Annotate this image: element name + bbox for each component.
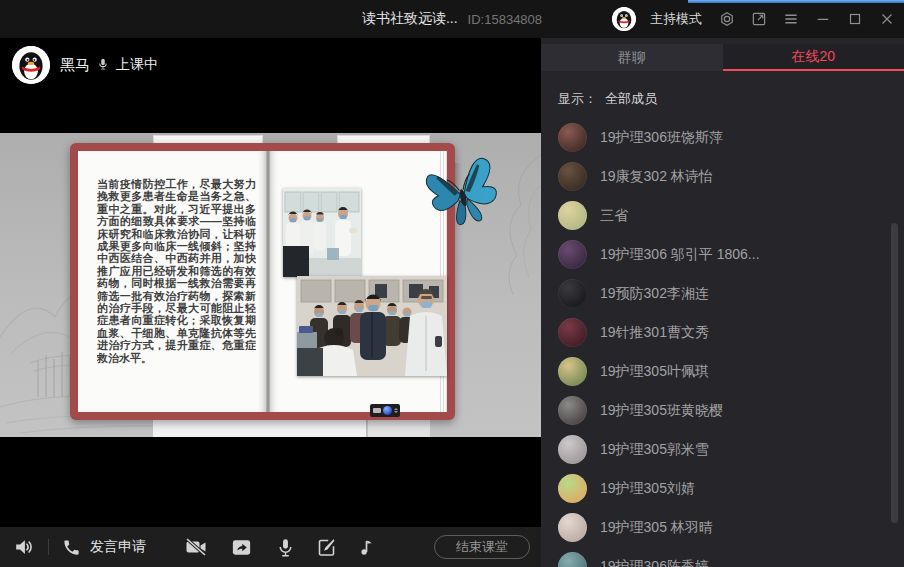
host-avatar[interactable] <box>12 46 50 84</box>
member-avatar <box>558 318 587 347</box>
slide-body-text: 当前疫情防控工作，尽最大努力挽救更多患者生命是当务之急、重中之重。对此，习近平提… <box>97 178 256 386</box>
member-row[interactable]: 三省 <box>541 196 904 235</box>
media-arrows-icon <box>394 408 398 413</box>
room-id: ID:15834808 <box>468 12 542 27</box>
member-name: 19护理305叶佩琪 <box>600 363 709 381</box>
page-stack-edge <box>153 420 367 437</box>
member-name: 19针推301曹文秀 <box>600 324 709 342</box>
member-row[interactable]: 19护理305 林羽晴 <box>541 508 904 547</box>
background-window-edge <box>688 0 904 3</box>
mic-status-icon <box>96 54 110 74</box>
media-display-icon <box>373 408 381 413</box>
speaker-icon[interactable] <box>13 536 35 558</box>
member-name: 19预防302李湘连 <box>600 285 709 303</box>
stage-header: 黑马 上课中 <box>0 38 541 133</box>
member-avatar <box>558 162 587 191</box>
popout-icon[interactable] <box>750 10 768 28</box>
media-orb-icon <box>383 406 392 415</box>
microphone-icon[interactable] <box>275 537 296 558</box>
photo-lab-visit-1 <box>283 188 361 277</box>
member-avatar <box>558 396 587 425</box>
member-name: 19护理306班饶斯萍 <box>600 129 723 147</box>
qq-penguin-icon <box>12 46 50 84</box>
member-filter: 显示： 全部成员 <box>558 90 657 108</box>
speech-request-label: 发言申请 <box>90 538 146 556</box>
member-name: 19护理305郭米雪 <box>600 441 709 459</box>
minimize-icon[interactable] <box>814 10 832 28</box>
page-stack-edge <box>368 420 430 437</box>
qq-penguin-icon <box>612 7 636 31</box>
member-name: 19康复302 林诗怡 <box>600 168 713 186</box>
member-row[interactable]: 19预防302李湘连 <box>541 274 904 313</box>
member-name: 19护理305班黄晓樱 <box>600 402 723 420</box>
shared-screen-video: 当前疫情防控工作，尽最大努力挽救更多患者生命是当务之急、重中之重。对此，习近平提… <box>0 133 541 437</box>
member-row[interactable]: 19护理305刘婧 <box>541 469 904 508</box>
member-name: 19护理305 林羽晴 <box>600 519 713 537</box>
host-mode-label[interactable]: 主持模式 <box>650 10 702 28</box>
whiteboard-icon[interactable] <box>316 537 337 558</box>
sidebar-tabs: 群聊 在线20 <box>541 44 904 71</box>
member-list-scrollbar[interactable] <box>891 223 898 523</box>
member-row[interactable]: 19护理305班黄晓樱 <box>541 391 904 430</box>
member-row[interactable]: 19护理306班饶斯萍 <box>541 118 904 157</box>
maximize-icon[interactable] <box>846 10 864 28</box>
filter-label: 显示： <box>558 90 597 108</box>
photo-lab-visit-2 <box>297 276 447 376</box>
book-spine <box>266 151 270 412</box>
toolbar: 发言申请 <box>0 527 541 567</box>
screen-share-icon[interactable] <box>230 536 253 559</box>
class-status-label: 上课中 <box>116 56 158 74</box>
member-avatar <box>558 435 587 464</box>
tab-group-chat[interactable]: 群聊 <box>541 44 723 71</box>
phone-icon <box>62 538 81 557</box>
member-name: 19护理305刘婧 <box>600 480 695 498</box>
slide-open-book: 当前疫情防控工作，尽最大努力挽救更多患者生命是当务之急、重中之重。对此，习近平提… <box>70 143 455 420</box>
media-player-controls[interactable] <box>370 404 400 417</box>
member-avatar <box>558 240 587 269</box>
speech-request-button[interactable]: 发言申请 <box>62 538 146 557</box>
member-avatar <box>558 474 587 503</box>
host-name: 黑马 <box>60 56 90 75</box>
camera-off-icon[interactable] <box>184 535 208 559</box>
titlebar: 读书社致远读... ID:15834808 主持模式 <box>0 0 904 38</box>
member-list: 19护理306班饶斯萍 19康复302 林诗怡 三省 19护理306 邬引平 1… <box>541 118 904 567</box>
member-row[interactable]: 19护理305叶佩琪 <box>541 352 904 391</box>
sidebar: 群聊 在线20 显示： 全部成员 19护理306班饶斯萍 19康复302 林诗怡… <box>541 38 904 567</box>
member-avatar <box>558 201 587 230</box>
tab-online-members[interactable]: 在线20 <box>723 44 904 71</box>
member-row[interactable]: 19护理305郭米雪 <box>541 430 904 469</box>
member-name: 19护理306陈香婷 <box>600 558 709 567</box>
settings-icon[interactable] <box>718 10 736 28</box>
filter-value-dropdown[interactable]: 全部成员 <box>605 90 657 108</box>
toolbar-divider <box>48 539 49 555</box>
close-icon[interactable] <box>878 10 896 28</box>
app-window: 读书社致远读... ID:15834808 主持模式 <box>0 0 904 567</box>
member-row[interactable]: 19护理306陈香婷 <box>541 547 904 567</box>
member-row[interactable]: 19康复302 林诗怡 <box>541 157 904 196</box>
letterbox <box>0 437 541 527</box>
member-avatar <box>558 279 587 308</box>
music-icon[interactable] <box>357 537 377 557</box>
member-name: 三省 <box>600 207 628 225</box>
host-qq-avatar[interactable] <box>612 7 636 31</box>
window-title: 读书社致远读... <box>362 10 458 28</box>
member-row[interactable]: 19针推301曹文秀 <box>541 313 904 352</box>
member-avatar <box>558 123 587 152</box>
member-avatar <box>558 552 587 567</box>
end-class-button[interactable]: 结束课堂 <box>434 535 530 559</box>
member-name: 19护理306 邬引平 1806... <box>600 246 760 264</box>
member-avatar <box>558 513 587 542</box>
member-row[interactable]: 19护理306 邬引平 1806... <box>541 235 904 274</box>
menu-icon[interactable] <box>782 10 800 28</box>
member-avatar <box>558 357 587 386</box>
